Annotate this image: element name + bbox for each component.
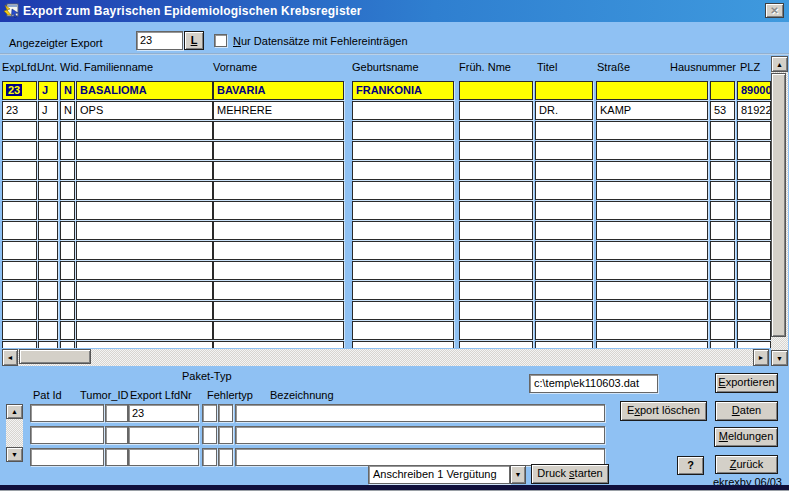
cell-hausnummer[interactable] — [710, 121, 735, 140]
cell-explfd[interactable] — [2, 261, 37, 280]
field-fehlertyp1[interactable] — [202, 448, 217, 466]
cell-wid[interactable]: N — [60, 101, 75, 120]
cell-titel[interactable] — [535, 201, 593, 220]
chevron-down-icon[interactable]: ▼ — [510, 465, 526, 484]
cell-unt[interactable] — [38, 161, 58, 180]
cell-fr-h-nme[interactable] — [459, 261, 533, 280]
cell-wid[interactable] — [60, 241, 75, 260]
cell-stra-e[interactable] — [596, 321, 708, 340]
cell-titel[interactable] — [535, 121, 593, 140]
cell-explfd[interactable] — [2, 341, 37, 348]
export-file-path-field[interactable]: c:\temp\ek110603.dat — [529, 374, 658, 393]
cell-wid[interactable] — [60, 261, 75, 280]
cell-unt[interactable] — [38, 121, 58, 140]
cell-stra-e[interactable] — [596, 181, 708, 200]
cell-familienname[interactable]: OPS — [76, 101, 213, 120]
cell-fr-h-nme[interactable] — [459, 241, 533, 260]
detail-scroll-down-icon[interactable]: ▼ — [6, 447, 23, 462]
cell-geburtsname[interactable] — [352, 181, 454, 200]
cell-plz[interactable] — [737, 261, 771, 280]
help-button[interactable]: ? — [677, 456, 704, 475]
cell-explfd[interactable] — [2, 181, 37, 200]
cell-stra-e[interactable] — [596, 241, 708, 260]
cell-hausnummer[interactable] — [710, 321, 735, 340]
cell-explfd[interactable] — [2, 241, 37, 260]
cell-plz[interactable] — [737, 161, 771, 180]
cell-familienname[interactable] — [76, 341, 213, 348]
cell-geburtsname[interactable] — [352, 201, 454, 220]
cell-vorname[interactable] — [213, 281, 344, 300]
cell-hausnummer[interactable] — [710, 181, 735, 200]
cell-wid[interactable]: N — [60, 81, 75, 100]
cell-stra-e[interactable] — [596, 201, 708, 220]
cell-fr-h-nme[interactable] — [459, 141, 533, 160]
cell-vorname[interactable] — [213, 201, 344, 220]
cell-hausnummer[interactable] — [710, 341, 735, 348]
cell-geburtsname[interactable] — [352, 321, 454, 340]
cell-unt[interactable] — [38, 201, 58, 220]
cell-stra-e[interactable] — [596, 301, 708, 320]
cell-wid[interactable] — [60, 341, 75, 348]
cell-hausnummer[interactable] — [710, 221, 735, 240]
cell-wid[interactable] — [60, 281, 75, 300]
cell-geburtsname[interactable] — [352, 101, 454, 120]
close-icon[interactable]: ✕ — [765, 3, 784, 18]
cell-titel[interactable] — [535, 301, 593, 320]
cell-unt[interactable] — [38, 321, 58, 340]
cell-fr-h-nme[interactable] — [459, 281, 533, 300]
cell-wid[interactable] — [60, 221, 75, 240]
cell-geburtsname[interactable] — [352, 301, 454, 320]
cell-hausnummer[interactable] — [710, 241, 735, 260]
cell-unt[interactable] — [38, 241, 58, 260]
horizontal-scrollbar[interactable]: ◄ ► — [2, 349, 769, 366]
cell-fr-h-nme[interactable] — [459, 161, 533, 180]
cell-familienname[interactable]: BASALIOMA — [76, 81, 213, 100]
vertical-scrollbar[interactable]: ▲ ▼ — [771, 56, 788, 366]
cell-wid[interactable] — [60, 321, 75, 340]
cell-explfd[interactable] — [2, 321, 37, 340]
cell-stra-e[interactable] — [596, 121, 708, 140]
cell-vorname[interactable]: BAVARIA — [213, 81, 344, 100]
cell-titel[interactable] — [535, 141, 593, 160]
cell-geburtsname[interactable] — [352, 281, 454, 300]
cell-familienname[interactable] — [76, 281, 213, 300]
vertical-scroll-thumb[interactable] — [771, 73, 786, 337]
cell-explfd[interactable]: 23 — [2, 81, 37, 100]
cell-familienname[interactable] — [76, 221, 213, 240]
cell-vorname[interactable] — [213, 341, 344, 348]
cell-hausnummer[interactable] — [710, 201, 735, 220]
field-fehlertyp2[interactable] — [218, 448, 233, 466]
cell-unt[interactable] — [38, 141, 58, 160]
cell-geburtsname[interactable] — [352, 121, 454, 140]
cell-wid[interactable] — [60, 161, 75, 180]
cell-plz[interactable] — [737, 121, 771, 140]
cell-fr-h-nme[interactable] — [459, 221, 533, 240]
lov-button[interactable]: L — [184, 31, 204, 50]
export-loeschen-button[interactable]: Export löschen — [620, 401, 707, 421]
cell-plz[interactable] — [737, 181, 771, 200]
cell-unt[interactable] — [38, 261, 58, 280]
field-fehlertyp1[interactable] — [202, 426, 217, 444]
cell-titel[interactable] — [535, 341, 593, 348]
cell-plz[interactable] — [737, 321, 771, 340]
cell-explfd[interactable] — [2, 201, 37, 220]
cell-titel[interactable] — [535, 161, 593, 180]
cell-explfd[interactable] — [2, 141, 37, 160]
cell-explfd[interactable] — [2, 301, 37, 320]
cell-plz[interactable] — [737, 281, 771, 300]
cell-titel[interactable]: DR. — [535, 101, 593, 120]
cell-geburtsname[interactable] — [352, 161, 454, 180]
meldungen-button[interactable]: Meldungen — [714, 427, 778, 447]
horizontal-scroll-track[interactable] — [18, 349, 753, 366]
cell-hausnummer[interactable] — [710, 281, 735, 300]
cell-stra-e[interactable] — [596, 141, 708, 160]
cell-familienname[interactable] — [76, 301, 213, 320]
cell-stra-e[interactable] — [596, 81, 708, 100]
cell-titel[interactable] — [535, 281, 593, 300]
field-bezeichnung[interactable] — [235, 404, 605, 422]
scroll-up-icon[interactable]: ▲ — [771, 56, 788, 72]
field-tumor-id[interactable] — [105, 426, 128, 444]
field-export-lfdnr[interactable] — [128, 448, 199, 466]
cell-hausnummer[interactable] — [710, 81, 735, 100]
cell-geburtsname[interactable] — [352, 221, 454, 240]
